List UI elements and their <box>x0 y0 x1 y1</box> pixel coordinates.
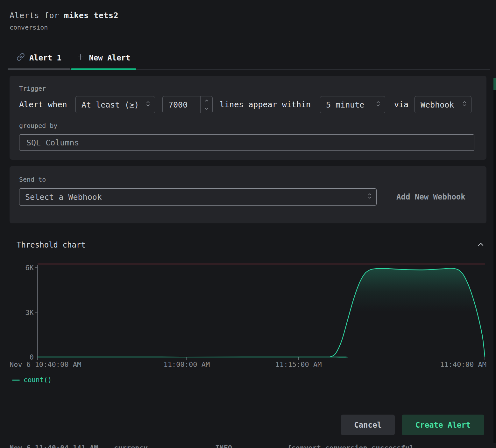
tab-alert-1[interactable]: Alert 1 <box>8 47 70 69</box>
threshold-number-field <box>162 96 213 113</box>
page-title-dataset: mikes tets2 <box>64 11 118 20</box>
send-to-label: Send to <box>19 176 46 183</box>
time-window-select[interactable]: 5 minute <box>320 96 385 113</box>
page-subtitle: conversion <box>10 24 48 31</box>
x-axis-labels: Nov 6 10:40:00 AM11:00:00 AM11:15:00 AM1… <box>10 360 486 368</box>
link-icon <box>17 53 25 63</box>
threshold-chart: 03K6K Nov 6 10:40:00 AM11:00:00 AM11:15:… <box>0 259 496 374</box>
svg-text:11:40:00 AM: 11:40:00 AM <box>440 360 486 368</box>
tab-alert-1-label: Alert 1 <box>29 53 61 62</box>
svg-text:11:15:00 AM: 11:15:00 AM <box>275 360 322 368</box>
grouped-by-input[interactable] <box>19 134 474 151</box>
background-log-row: Nov 6 11:40:04.141 AM currency INFO {con… <box>0 443 496 448</box>
chevron-up-icon <box>476 240 485 250</box>
svg-text:11:00:00 AM: 11:00:00 AM <box>163 360 210 368</box>
create-alert-button[interactable]: Create Alert <box>402 415 484 435</box>
series-area-fill <box>38 268 485 357</box>
stepper-down-icon[interactable] <box>201 105 212 113</box>
log-message: {convert conversion successful <box>287 443 414 448</box>
y-axis-labels: 03K6K <box>25 264 34 361</box>
chevron-updown-icon <box>367 192 372 202</box>
webhook-select-placeholder: Select a Webhook <box>25 192 364 202</box>
condition-select[interactable]: At least (≥) <box>75 96 155 113</box>
background-edge-fragment <box>493 78 496 90</box>
trigger-panel: Trigger Alert when At least (≥) lines ap… <box>10 76 486 160</box>
condition-select-value: At least (≥) <box>81 100 142 109</box>
send-to-panel: Send to Select a Webhook Add New Webhook <box>10 166 486 223</box>
threshold-chart-title: Threshold chart <box>17 241 86 249</box>
footer-divider <box>0 400 496 400</box>
log-timestamp: Nov 6 11:40:04.141 AM <box>10 443 98 448</box>
svg-text:3K: 3K <box>25 309 34 317</box>
threshold-input[interactable] <box>163 96 200 113</box>
svg-text:Nov 6 10:40:00 AM: Nov 6 10:40:00 AM <box>10 360 81 368</box>
tab-alert-1-underline <box>8 68 70 70</box>
chevron-updown-icon <box>146 100 150 110</box>
chevron-updown-icon <box>462 100 467 110</box>
trigger-section-label: Trigger <box>19 85 46 92</box>
grouped-by-label: grouped by <box>19 122 57 130</box>
threshold-band <box>38 263 485 265</box>
background-edge-strip <box>493 90 496 443</box>
plus-icon <box>77 53 84 63</box>
svg-text:6K: 6K <box>25 264 34 272</box>
tab-new-alert-label: New Alert <box>89 53 130 62</box>
cancel-button[interactable]: Cancel <box>341 415 395 435</box>
legend-series-label: count() <box>24 376 52 384</box>
stepper-up-icon[interactable] <box>201 96 212 105</box>
chevron-updown-icon <box>376 100 380 110</box>
svg-text:0: 0 <box>30 353 34 361</box>
log-level: INFO <box>215 443 232 448</box>
threshold-stepper <box>200 96 212 113</box>
webhook-select[interactable]: Select a Webhook <box>19 188 377 206</box>
page-title-prefix: Alerts for <box>10 11 64 20</box>
collapse-chart-button[interactable] <box>476 241 486 249</box>
chart-legend[interactable]: count() <box>12 376 52 384</box>
channel-select[interactable]: Webhook <box>415 96 471 113</box>
tab-new-alert[interactable]: New Alert <box>71 47 136 69</box>
lines-appear-within-text: lines appear within <box>220 96 311 113</box>
log-service: currency <box>114 443 148 448</box>
time-window-select-value: 5 minute <box>326 100 372 109</box>
legend-line-swatch <box>12 380 20 381</box>
alert-when-text: Alert when <box>19 96 67 113</box>
add-new-webhook-button[interactable]: Add New Webhook <box>396 188 465 206</box>
tab-new-alert-underline-active <box>71 68 136 70</box>
channel-select-value: Webhook <box>421 100 458 109</box>
via-text: via <box>394 96 408 113</box>
page-title: Alerts for mikes tets2 <box>10 11 118 20</box>
